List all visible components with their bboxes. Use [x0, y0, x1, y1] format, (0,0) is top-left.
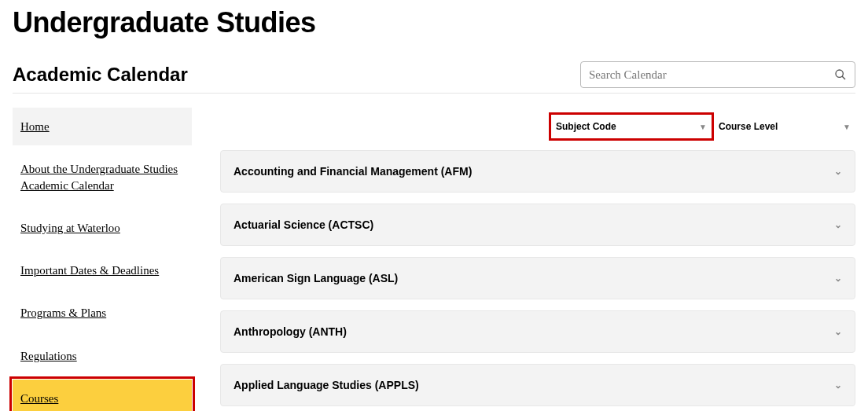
accordion-label: Actuarial Science (ACTSC) [234, 218, 373, 231]
sidebar-item-label: Programs & Plans [20, 306, 106, 319]
filter-course-level[interactable]: Course Level ▼ [714, 112, 855, 141]
sidebar-item-label: Important Dates & Deadlines [20, 264, 159, 277]
filter-label: Subject Code [556, 121, 616, 132]
sidebar-item-dates[interactable]: Important Dates & Deadlines [13, 251, 192, 289]
sidebar-nav: Home About the Undergraduate Studies Aca… [13, 108, 192, 411]
accordion-item-asl[interactable]: American Sign Language (ASL) ⌄ [220, 257, 855, 299]
sidebar-item-label: Studying at Waterloo [20, 222, 120, 234]
filter-label: Course Level [719, 121, 778, 132]
page-title: Undergraduate Studies [13, 6, 855, 39]
filter-subject-code[interactable]: Subject Code ▼ [549, 112, 714, 141]
chevron-down-icon: ⌄ [834, 273, 842, 284]
sidebar-item-label: Regulations [20, 350, 77, 362]
sidebar-item-home[interactable]: Home [13, 108, 192, 145]
accordion-label: Accounting and Financial Management (AFM… [234, 165, 472, 178]
chevron-down-icon: ⌄ [834, 166, 842, 177]
search-icon[interactable] [834, 68, 847, 81]
accordion-item-anth[interactable]: Anthropology (ANTH) ⌄ [220, 310, 855, 353]
sidebar-item-label: Courses [20, 392, 58, 405]
chevron-down-icon: ⌄ [834, 380, 842, 391]
chevron-down-icon: ⌄ [834, 326, 842, 337]
sidebar-item-courses[interactable]: Courses [13, 380, 192, 411]
academic-calendar-heading: Academic Calendar [13, 64, 188, 86]
accordion-label: American Sign Language (ASL) [234, 272, 398, 284]
accordion-item-actsc[interactable]: Actuarial Science (ACTSC) ⌄ [220, 204, 855, 246]
accordion-label: Applied Language Studies (APPLS) [234, 379, 419, 391]
subhead-row: Academic Calendar [13, 61, 855, 94]
sidebar-item-label: Home [20, 120, 50, 133]
svg-line-1 [842, 76, 845, 79]
svg-point-0 [836, 70, 843, 77]
caret-down-icon: ▼ [699, 123, 707, 131]
accordion-item-appls[interactable]: Applied Language Studies (APPLS) ⌄ [220, 364, 855, 406]
search-calendar-box[interactable] [580, 61, 855, 88]
sidebar-item-about[interactable]: About the Undergraduate Studies Academic… [13, 150, 192, 204]
search-input[interactable] [589, 68, 834, 82]
sidebar-item-studying[interactable]: Studying at Waterloo [13, 209, 192, 247]
sidebar-item-programs[interactable]: Programs & Plans [13, 294, 192, 332]
sidebar-item-label: About the Undergraduate Studies Academic… [20, 163, 178, 191]
main-content: Subject Code ▼ Course Level ▼ Accounting… [220, 108, 855, 411]
sidebar-item-regulations[interactable]: Regulations [13, 337, 192, 375]
accordion-label: Anthropology (ANTH) [234, 325, 347, 338]
caret-down-icon: ▼ [843, 123, 851, 131]
filters-row: Subject Code ▼ Course Level ▼ [220, 112, 855, 141]
accordion-item-afm[interactable]: Accounting and Financial Management (AFM… [220, 150, 855, 193]
chevron-down-icon: ⌄ [834, 219, 842, 230]
